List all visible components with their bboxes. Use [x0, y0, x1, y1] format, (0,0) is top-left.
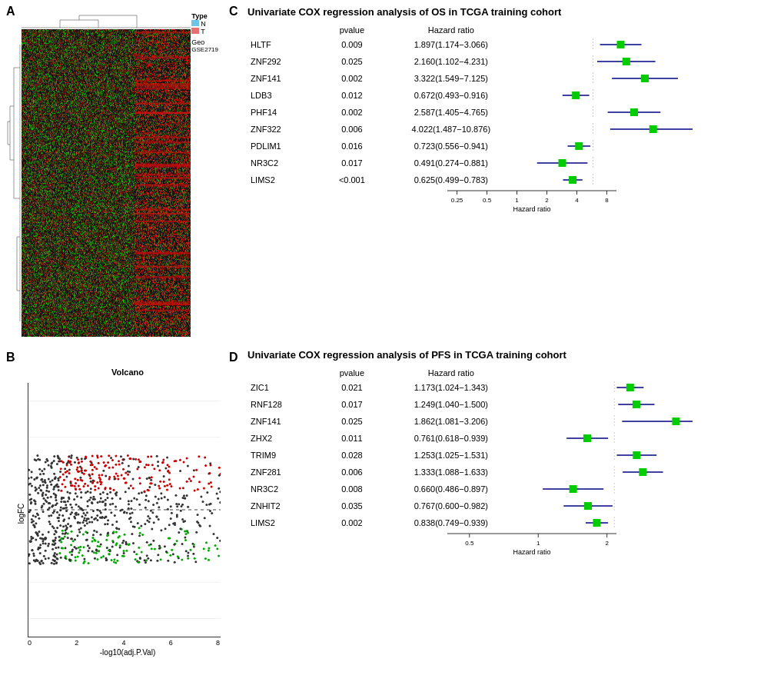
svg-rect-64 [626, 384, 634, 391]
pvalue-cell-d: 0.002 [323, 514, 382, 531]
table-row: NR3C2 0.008 0.660(0.486−0.897) [247, 481, 778, 497]
pvalue-cell: 0.025 [323, 53, 382, 70]
gene-name-d: RNF128 [247, 396, 323, 413]
forest-row-svg-d [523, 500, 693, 512]
volcano-x-axis-label: -log10(adj.P.Val) [28, 648, 228, 657]
type-n-item: N [191, 20, 218, 28]
panel-d-title: Univariate COX regression analysis of PF… [247, 349, 778, 361]
table-row: ZNF292 0.025 2.160(1.102−4.231) [247, 53, 778, 70]
panel-c-content: Univariate COX regression analysis of OS… [247, 6, 778, 215]
panel-d-content: Univariate COX regression analysis of PF… [247, 349, 778, 558]
svg-rect-41 [576, 142, 583, 150]
gene-name-d: NR3C2 [247, 481, 323, 497]
svg-rect-67 [633, 401, 640, 408]
forest-plot-c: pvalue Hazard ratio HLTF 0.009 1.897(1.1… [247, 24, 778, 215]
type-legend-title: Type [191, 12, 218, 20]
svg-rect-29 [641, 75, 649, 82]
volcano-area: Volcano logFC 0 2 4 6 8 -log10(adj.P.Val… [28, 368, 228, 660]
svg-rect-35 [630, 108, 638, 116]
gene-name: NR3C2 [247, 155, 323, 171]
col-hr-d: Hazard ratio [381, 367, 520, 379]
pvalue-cell: 0.006 [323, 121, 382, 138]
hr-cell: 0.625(0.499−0.783) [381, 171, 520, 188]
table-row: NR3C2 0.017 0.491(0.274−0.881) [247, 155, 778, 171]
panel-c: C Univariate COX regression analysis of … [223, 0, 784, 346]
hr-cell-d: 0.838(0.749−0.939) [381, 514, 520, 531]
forest-plot-d: pvalue Hazard ratio ZIC1 0.021 1.173(1.0… [247, 367, 778, 558]
forest-row-svg-d [523, 466, 693, 478]
gene-name: LDB3 [247, 87, 323, 104]
hr-cell-d: 1.862(1.081−3.206) [381, 413, 520, 430]
table-row: RNF128 0.017 1.249(1.040−1.500) [247, 396, 778, 413]
hr-cell: 0.491(0.274−0.881) [381, 155, 520, 171]
table-row: ZNF281 0.006 1.333(1.088−1.633) [247, 464, 778, 481]
forest-row-svg-d [523, 517, 693, 529]
hr-cell-d: 0.660(0.486−0.897) [381, 481, 520, 497]
svg-rect-85 [584, 502, 592, 510]
panel-c-title: Univariate COX regression analysis of OS… [247, 6, 778, 18]
gene-name-d: LIMS2 [247, 514, 323, 531]
volcano-y-axis-label: logFC [17, 504, 25, 524]
x-tick-6: 6 [169, 639, 173, 647]
pvalue-cell: <0.001 [323, 171, 382, 188]
forest-row-svg-d [523, 449, 693, 461]
gene-name: PHF14 [247, 104, 323, 121]
forest-row-svg-d [523, 398, 693, 411]
pvalue-cell-d: 0.017 [323, 396, 382, 413]
geo-dataset-label: GSE2719 [191, 46, 218, 53]
svg-rect-82 [570, 485, 577, 493]
geo-legend-title: Geo [191, 38, 218, 46]
forest-row-svg-d [523, 483, 693, 495]
forest-cell-d [520, 464, 778, 481]
hr-cell-d: 0.767(0.600−0.982) [381, 497, 520, 514]
type-t-item: T [191, 28, 218, 35]
forest-row-svg-d [523, 432, 693, 444]
forest-cell [520, 121, 778, 138]
forest-cell [520, 138, 778, 155]
table-row: ZHX2 0.011 0.761(0.618−0.939) [247, 430, 778, 447]
hr-cell-d: 0.761(0.618−0.939) [381, 430, 520, 447]
panel-b-label: B [6, 351, 15, 364]
table-row: ZNF322 0.006 4.022(1.487−10.876) [247, 121, 778, 138]
svg-rect-26 [623, 58, 630, 65]
table-row: ZIC1 0.021 1.173(1.024−1.343) [247, 379, 778, 396]
hr-cell: 1.897(1.174−3.066) [381, 36, 520, 53]
panel-b: B Volcano logFC 0 2 4 6 8 -log10(adj.P.V… [0, 346, 223, 682]
forest-row-svg [523, 174, 693, 186]
gene-name: HLTF [247, 36, 323, 53]
forest-row-svg [523, 89, 693, 101]
dendro-top [22, 14, 191, 29]
volcano-title: Volcano [28, 368, 228, 377]
table-row: LIMS2 <0.001 0.625(0.499−0.783) [247, 171, 778, 188]
heatmap-container: Type N T Geo GSE2719 4 2 0 -2 -4 [6, 6, 220, 340]
table-row: PHF14 0.002 2.587(1.405−4.765) [247, 104, 778, 121]
x-tick-8: 8 [216, 639, 220, 647]
svg-rect-88 [593, 519, 601, 527]
svg-rect-73 [583, 434, 591, 442]
pvalue-cell: 0.002 [323, 104, 382, 121]
volcano-x-ticks: 0 2 4 6 8 [28, 639, 220, 647]
forest-cell-d [520, 497, 778, 514]
col-plot [520, 24, 778, 36]
panel-a: A Type N T Geo GSE2719 4 2 0 -2 [0, 0, 223, 346]
gene-name: LIMS2 [247, 171, 323, 188]
forest-row-svg [523, 55, 693, 68]
col-gene [247, 24, 323, 36]
table-row: ZNF141 0.025 1.862(1.081−3.206) [247, 413, 778, 430]
hr-cell-d: 1.333(1.088−1.633) [381, 464, 520, 481]
hr-cell: 0.723(0.556−0.941) [381, 138, 520, 155]
hr-cell: 3.322(1.549−7.125) [381, 70, 520, 87]
gene-name-d: TRIM9 [247, 447, 323, 464]
forest-row-svg [523, 140, 693, 152]
x-tick-2: 2 [75, 639, 78, 647]
svg-text:8: 8 [605, 197, 609, 204]
pvalue-cell: 0.012 [323, 87, 382, 104]
table-row: PDLIM1 0.016 0.723(0.556−0.941) [247, 138, 778, 155]
gene-name-d: ZIC1 [247, 379, 323, 396]
svg-text:Hazard ratio: Hazard ratio [513, 548, 550, 556]
svg-rect-76 [633, 451, 641, 459]
forest-cell [520, 87, 778, 104]
forest-cell [520, 53, 778, 70]
forest-row-svg-d [523, 381, 693, 394]
forest-row-svg [523, 123, 693, 135]
